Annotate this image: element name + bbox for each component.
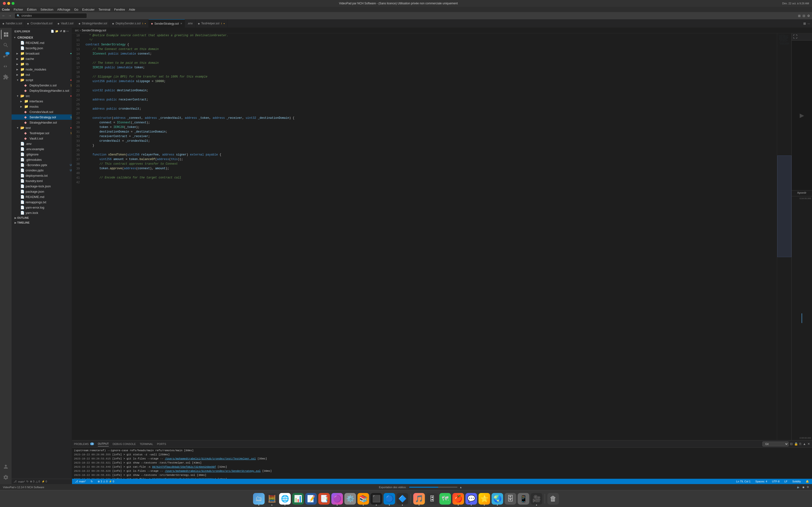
dock-calculator[interactable]: 🧮 [266,493,278,505]
tab-vault[interactable]: ◆ Vault.t.sol [55,19,76,27]
tree-item-gitmodules[interactable]: 📄 .gitmodules [12,157,72,162]
tree-root[interactable]: ▼ CRONDEX [12,35,72,40]
lock-icon[interactable]: 🔒 [794,442,798,446]
output-source-select[interactable]: Git Extension Host [762,442,789,446]
language-status[interactable]: Solidity [792,479,802,484]
tab-deploysender[interactable]: ◆ DeploySender.s.sol 1 [110,19,148,27]
search-activity-icon[interactable] [1,40,11,50]
new-file-icon[interactable]: 📄 [51,30,54,33]
tree-item-strategyhandler[interactable]: ◆ StrategyHandler.sol [12,120,72,125]
tree-item-readme2[interactable]: 📄 README.md [12,194,72,200]
nav-back-button[interactable]: ← [2,14,5,18]
tree-item-package[interactable]: 📄 package.json [12,189,72,194]
collapse-all-icon[interactable]: ⊞ [63,30,65,33]
panel-tab-problems[interactable]: PROBLEMS 3 [74,442,94,446]
tree-item-deployhandler[interactable]: ◆ DeployStrategyHandler.s.sol [12,88,72,93]
outline-section[interactable]: ▶ OUTLINE [12,215,72,220]
search-box[interactable]: 🔍 crondex [14,13,87,18]
tab-crondexvault[interactable]: ◆ CrondexVault.sol [24,19,55,27]
notification-icon[interactable]: 🔔 [805,479,810,484]
dock-word[interactable]: 📝 [305,493,317,505]
tree-item-vault[interactable]: ◆ Vault.t.sol [12,136,72,141]
tree-item-foundry[interactable]: 📄 foundry.toml [12,178,72,183]
nav-forward-button[interactable]: → [8,14,12,18]
more-actions-icon[interactable]: ··· [66,30,69,33]
tab-close-icon[interactable]: ✕ [180,22,182,25]
tab-handler[interactable]: ◆ handler.s.sol [0,19,24,27]
extensions-icon[interactable] [1,72,11,82]
tree-item-package-lock[interactable]: 📄 package-lock.json [12,183,72,189]
dock-app1[interactable]: 🟣 [331,493,343,505]
tree-item-senderstrategy[interactable]: ◆ SenderStrategy.sol 1 [12,114,72,120]
dock-excel[interactable]: 📊 [292,493,304,505]
split-editor-icon[interactable]: ⊞ [803,22,806,25]
panel-tab-ports[interactable]: PORTS [157,442,166,446]
dock-app6[interactable]: ⭐ [478,493,490,505]
tree-item-gitignore[interactable]: 📄 .gitignore [12,152,72,157]
encoding-status[interactable]: UTF-8 [771,479,780,484]
errors-status[interactable]: ⊗ 3 ⚠ 0 ⚡ 0 [97,479,115,484]
log-link[interactable]: /Users/mohamedtrabelsi/GitHub/crondex/sr… [165,469,260,472]
minimize-button[interactable] [7,2,10,5]
clear-output-icon[interactable]: ⊟ [790,442,793,446]
log-link[interactable]: /Users/mohamedtrabelsi/GitHub/crondex/te… [165,457,256,460]
dock-sysprefs[interactable]: ⚙️ [344,493,356,505]
close-panel-icon[interactable]: ✕ [807,442,810,446]
dock-trash[interactable]: 🗑 [547,493,559,505]
dock-ppt[interactable]: 📑 [318,493,330,505]
tree-item-cache[interactable]: ▶ 📁 cache [12,56,72,61]
dock-vscode[interactable]: 🔵 [384,493,395,505]
layout-icon[interactable]: ⊞ [798,14,801,18]
tree-item-node-modules[interactable]: ▶ 📁 node_modules [12,67,72,72]
tree-item-deployments[interactable]: 📄 deployments.txt [12,173,72,178]
settings-activity-icon[interactable] [1,472,11,482]
tree-item-test[interactable]: ▼ 📂 test ● [12,125,72,130]
tree-item-testhelper[interactable]: ◆ TestHelper.sol 1 [12,130,72,136]
timeline-section[interactable]: ▶ TIMELINE [12,220,72,225]
tree-item-broadcast[interactable]: ▶ 📁 broadcast ● [12,51,72,56]
tree-item-script[interactable]: ▼ 📂 script ● [12,77,72,82]
settings-icon2[interactable]: ⚙ [807,486,809,489]
line-ending-status[interactable]: LF [783,479,789,484]
dock-app5[interactable]: 🍎 [452,493,464,505]
sidebar-actions[interactable]: 📄 📁 ↺ ⊞ ··· [51,30,69,33]
tree-item-pptx[interactable]: 📄 crondex.pptx U [12,168,72,173]
tree-item-interfaces[interactable]: ▶ 📁 interfaces [12,99,72,104]
branch-name[interactable]: main* [18,480,25,483]
tree-item-remappings[interactable]: 📄 remappings.txt [12,200,72,205]
tree-item-env[interactable]: 📄 .env [12,141,72,146]
spaces-status[interactable]: Spaces: 4 [755,479,768,484]
more-tabs-icon[interactable]: ··· [807,22,810,25]
code-content[interactable]: * @notice Example source contract that u… [84,33,777,440]
app-menu[interactable]: Code [2,8,10,11]
record-icon[interactable]: ⏺ [802,486,805,489]
menu-window[interactable]: Fenêtre [114,8,125,11]
copy-icon[interactable]: ⎘ [800,442,801,446]
tab-strategyhandler[interactable]: ◆ StrategyHandler.sol [76,19,110,27]
dock-chrome[interactable]: 🌐 [279,493,291,505]
tab-testhelper[interactable]: ◆ TestHelper.sol 1 [196,19,227,27]
tree-item-out[interactable]: ▶ 📁 out [12,72,72,77]
volume-icon[interactable]: 🔈 [797,486,800,489]
run-icon[interactable] [1,62,11,71]
dock-terminal[interactable]: ⬛ [370,493,382,505]
dock-app4[interactable]: 🎛 [426,493,438,505]
tab-senderstrategy[interactable]: ◆ SenderStrategy.sol ✕ [149,19,185,27]
panel-tab-debug[interactable]: DEBUG CONSOLE [113,442,136,446]
dock-app2[interactable]: 🔷 [397,493,408,505]
dock-app3[interactable]: 🎵 [413,493,425,505]
branch-status[interactable]: ⎇ main* [74,479,87,484]
menu-selection[interactable]: Sélection [40,8,53,11]
settings-icon[interactable]: ⚙ [807,14,810,18]
refresh-icon[interactable]: ↺ [60,30,62,33]
tree-item-mocks[interactable]: ▶ 📁 mocks [12,104,72,109]
dock-books[interactable]: 📚 [357,493,369,505]
close-button[interactable] [3,2,6,5]
dock-app8[interactable]: 📱 [518,493,529,505]
tab-env[interactable]: .env [185,19,196,27]
menu-go[interactable]: Go [74,8,78,11]
split-icon[interactable]: ⊟ [803,14,805,18]
menu-terminal[interactable]: Terminal [98,8,110,11]
sync-icon[interactable]: ↻ [27,480,29,483]
account-icon[interactable] [1,462,11,471]
